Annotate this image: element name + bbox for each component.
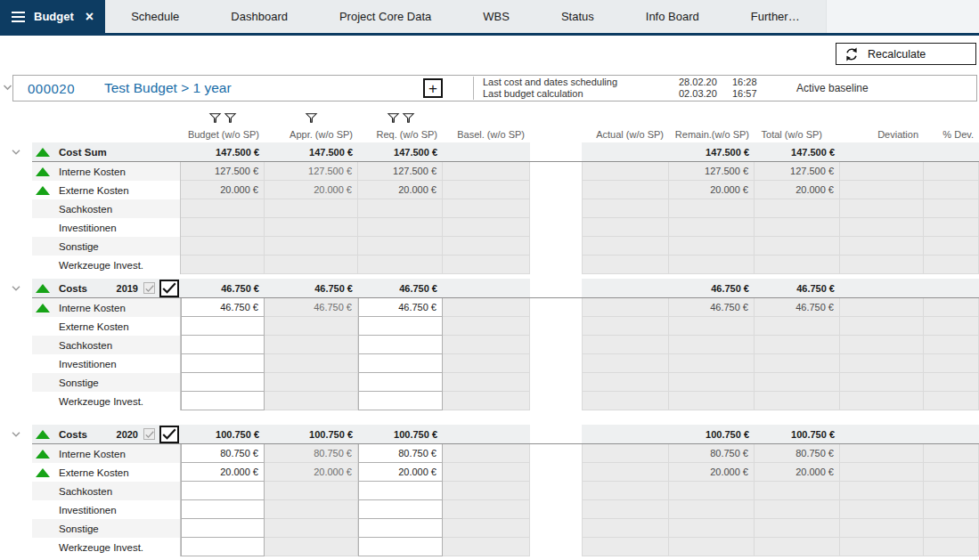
cell-budget[interactable] [181,317,265,336]
recalculate-button[interactable]: Recalculate [836,43,976,65]
cell-budget[interactable] [181,373,265,392]
cell-budget[interactable] [181,500,265,519]
filter-icon[interactable] [209,113,221,123]
column-header[interactable]: Deviation [840,129,924,140]
row-label-cell[interactable]: Investitionen [32,500,181,519]
project-id[interactable]: 000020 [28,81,104,96]
cell-budget[interactable] [181,336,265,354]
row-label-cell[interactable]: Interne Kosten [32,444,181,463]
row-label-cell[interactable]: Sonstige [32,237,181,256]
hamburger-menu-icon[interactable] [12,9,25,25]
cell-appr [265,218,358,237]
row-label-cell[interactable]: Interne Kosten [32,162,181,181]
column-header[interactable]: Basel. (w/o SP) [443,129,530,140]
cell-budget[interactable]: 20.000 € [181,463,265,482]
row-label-cell[interactable]: Sonstige [32,373,181,392]
filter-icon[interactable] [306,113,317,123]
approved-checkbox[interactable] [159,426,179,443]
cell-actual [582,317,669,336]
tab-info-board[interactable]: Info Board [620,0,725,33]
cost-type-row: Externe Kosten20.000 €20.000 €20.000 €20… [0,181,979,199]
column-header[interactable]: Remain.(w/o SP) [669,129,755,140]
group-label-cell[interactable]: Costs2019 [32,279,181,298]
cost-type-row: Werkzeuge Invest. [0,392,979,410]
tab-schedule[interactable]: Schedule [105,0,205,33]
filter-icon[interactable] [403,113,414,123]
chevron-down-icon[interactable] [3,85,12,91]
row-label-cell[interactable]: Interne Kosten [32,298,181,317]
group-cell-appr: 100.750 € [265,425,358,444]
cell-actual [582,298,669,317]
row-label-cell[interactable]: Sachkosten [32,336,181,354]
cell-budget[interactable] [181,354,265,373]
cell-budget[interactable]: 46.750 € [181,298,265,317]
row-label-cell[interactable]: Externe Kosten [32,463,181,482]
cell-req[interactable] [358,336,443,354]
tab-wbs[interactable]: WBS [457,0,535,33]
cell-total [755,482,840,500]
project-title[interactable]: Test Budget > 1 year [104,80,418,96]
cell-req[interactable]: 46.750 € [358,298,443,317]
column-header[interactable]: Appr. (w/o SP) [265,129,358,140]
group-cell-remain: 147.500 € [669,142,755,162]
group-cell-basel [443,142,530,162]
group-label-cell[interactable]: Costs2020 [32,425,181,444]
cell-req[interactable] [358,482,443,500]
cell-budget[interactable] [181,392,265,410]
row-label-cell[interactable]: Sachkosten [32,482,181,500]
cell-deviation [840,463,924,482]
tab-project-core-data[interactable]: Project Core Data [314,0,457,33]
row-label-cell[interactable]: Investitionen [32,218,181,237]
cell-budget[interactable] [181,519,265,538]
row-label-cell[interactable]: Sonstige [32,519,181,538]
filter-cell [181,107,265,123]
row-label-cell[interactable]: Werkzeuge Invest. [32,538,181,556]
cell-budget[interactable]: 80.750 € [181,444,265,463]
cost-type-row: Interne Kosten80.750 €80.750 €80.750 €80… [0,444,979,463]
chevron-down-icon[interactable] [12,432,20,437]
add-button[interactable]: + [423,78,443,98]
gutter [0,336,32,354]
cell-budget[interactable] [181,482,265,500]
scheduling-time: 16:28 [732,77,773,88]
filter-icon[interactable] [388,113,399,123]
cell-total: 20.000 € [755,463,840,482]
tab-further-[interactable]: Further… [725,0,826,33]
row-label-cell[interactable]: Investitionen [32,354,181,373]
chevron-down-icon[interactable] [12,286,20,291]
close-icon[interactable]: × [86,10,94,24]
tab-dashboard[interactable]: Dashboard [205,0,314,33]
column-header[interactable]: Total (w/o SP) [755,129,840,140]
approved-checkbox[interactable] [159,280,179,297]
tab-status[interactable]: Status [535,0,620,33]
cell-req[interactable] [358,317,443,336]
row-label-cell[interactable]: Werkzeuge Invest. [32,392,181,410]
tab-budget[interactable]: Budget × [0,0,105,33]
cell-req[interactable] [358,373,443,392]
chevron-down-icon[interactable] [12,150,20,155]
column-header[interactable]: Budget (w/o SP) [181,129,265,140]
cell-remain: 80.750 € [669,444,755,463]
cell-req[interactable] [358,354,443,373]
group-year: 2020 [117,429,138,440]
cell-req[interactable] [358,538,443,556]
cell-req[interactable] [358,392,443,410]
cell-dev_pct [924,256,979,274]
cell-budget[interactable] [181,538,265,556]
cell-req[interactable]: 20.000 € [358,463,443,482]
row-label-cell[interactable]: Externe Kosten [32,317,181,336]
cell-req [358,218,443,237]
row-label-cell[interactable]: Externe Kosten [32,181,181,199]
group-label-cell[interactable]: Cost Sum [32,142,181,162]
row-label-cell[interactable]: Sachkosten [32,199,181,218]
column-header[interactable]: % Dev. [924,129,979,140]
cost-type-row: Werkzeuge Invest. [0,538,979,556]
column-header[interactable]: Req. (w/o SP) [358,129,443,140]
cell-req[interactable]: 80.750 € [358,444,443,463]
row-label-cell[interactable]: Werkzeuge Invest. [32,256,181,274]
cell-req[interactable] [358,519,443,538]
column-header[interactable]: Actual (w/o SP) [582,129,669,140]
cell-req[interactable] [358,500,443,519]
filter-icon[interactable] [224,113,236,123]
row-label: Externe Kosten [59,467,129,478]
